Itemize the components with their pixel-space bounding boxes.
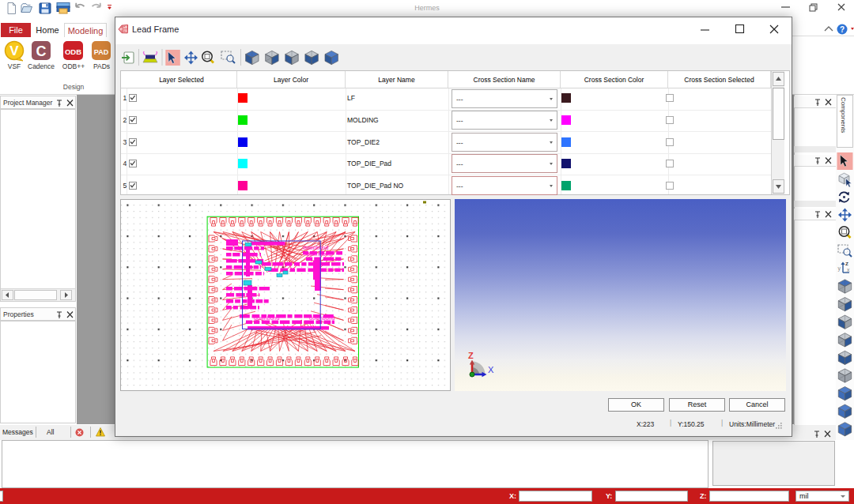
- svg-text:PAD: PAD: [94, 48, 109, 56]
- svg-text:z: z: [845, 260, 848, 267]
- svg-text:downbond: downbond: [303, 245, 328, 250]
- svg-text:x: x: [847, 267, 850, 273]
- svg-text:downbond: downbond: [306, 251, 331, 257]
- svg-text:y: y: [838, 265, 841, 272]
- svg-text:Z: Z: [468, 351, 474, 360]
- svg-text:ODB: ODB: [65, 47, 81, 56]
- svg-text:downbond: downbond: [254, 315, 279, 321]
- svg-text:X: X: [488, 365, 494, 374]
- svg-text:V: V: [9, 43, 19, 58]
- svg-text:downbond: downbond: [309, 315, 334, 321]
- svg-text:?: ?: [840, 25, 845, 34]
- svg-text:C: C: [36, 43, 47, 59]
